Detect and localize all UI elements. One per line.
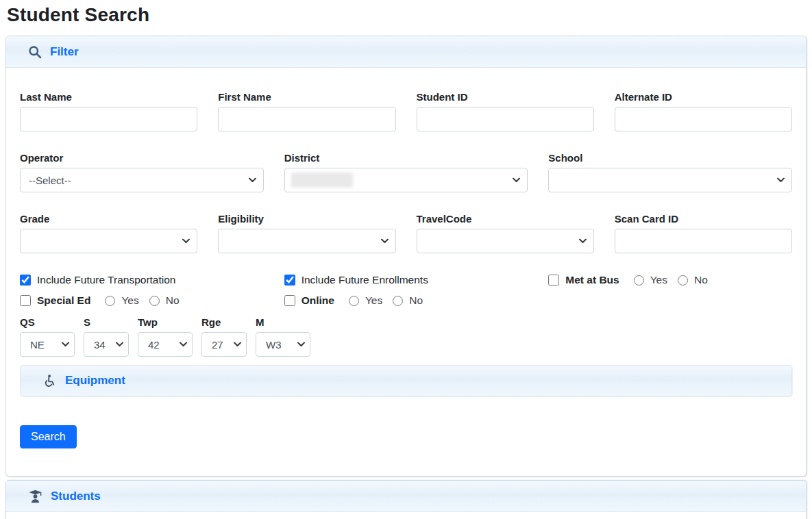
first-name-label: First Name (218, 91, 395, 103)
special-ed-checkbox[interactable] (20, 295, 31, 306)
field-first-name: First Name (218, 91, 395, 131)
field-grade: Grade (20, 213, 197, 253)
filter-header-label: Filter (50, 45, 79, 59)
equipment-header-label: Equipment (65, 374, 125, 388)
online-checkbox[interactable] (284, 295, 295, 306)
met-at-bus-yes-radio[interactable] (634, 275, 644, 286)
operator-select[interactable]: --Select-- (20, 168, 264, 192)
page-title: Student Search (7, 4, 807, 26)
online-yes-radio[interactable] (349, 296, 359, 306)
school-select[interactable] (548, 168, 792, 192)
last-name-input[interactable] (20, 107, 197, 131)
online-label: Online (302, 294, 334, 307)
include-future-enrollments: Include Future Enrollments (284, 274, 528, 286)
twp-label: Twp (138, 316, 193, 328)
met-at-bus-no-radio[interactable] (678, 275, 688, 286)
met-at-bus-yes-label: Yes (650, 274, 667, 286)
twp-select[interactable]: 42 (138, 332, 193, 357)
operator-label: Operator (20, 152, 264, 164)
equipment-accordion-header[interactable]: Equipment (20, 365, 792, 396)
field-m: M W3 (256, 316, 310, 357)
special-ed-no-label: No (166, 294, 180, 307)
district-label: District (284, 152, 528, 164)
first-name-input[interactable] (218, 107, 395, 131)
student-search-page: Student Search Filter Last Name First Na… (0, 0, 812, 519)
special-ed-no-radio[interactable] (149, 296, 160, 306)
last-name-label: Last Name (20, 91, 197, 103)
qs-label: QS (20, 316, 75, 328)
met-at-bus-checkbox[interactable] (548, 275, 559, 286)
field-last-name: Last Name (20, 91, 197, 131)
online-no-label: No (409, 294, 423, 307)
graduate-icon (28, 490, 42, 503)
student-id-input[interactable] (417, 107, 594, 131)
field-qs: QS NE (20, 316, 75, 357)
field-school: School (548, 152, 792, 192)
m-select[interactable]: W3 (256, 332, 310, 357)
met-at-bus: Met at Bus Yes No (548, 274, 792, 286)
include-future-enrollments-checkbox[interactable] (284, 275, 295, 286)
scan-card-id-label: Scan Card ID (615, 213, 792, 225)
include-future-transportation: Include Future Transportation (20, 274, 264, 286)
travel-code-label: TravelCode (417, 213, 594, 225)
wheelchair-icon (44, 375, 56, 387)
search-icon (28, 45, 42, 59)
field-alternate-id: Alternate ID (615, 91, 792, 131)
s-select[interactable]: 34 (84, 332, 129, 357)
district-select[interactable] (284, 168, 528, 192)
students-accordion-header[interactable]: Students (6, 481, 806, 512)
rge-select[interactable]: 27 (201, 332, 247, 357)
special-ed: Special Ed Yes No (20, 294, 264, 307)
field-student-id: Student ID (417, 91, 594, 131)
alternate-id-input[interactable] (615, 107, 792, 131)
grade-label: Grade (20, 213, 197, 225)
online-yes-label: Yes (365, 294, 382, 307)
qs-select[interactable]: NE (20, 332, 75, 357)
include-future-transportation-checkbox[interactable] (20, 275, 31, 286)
s-label: S (84, 316, 129, 328)
field-rge: Rge 27 (201, 316, 247, 357)
special-ed-yes-label: Yes (121, 294, 138, 307)
online: Online Yes No (284, 294, 528, 307)
school-label: School (548, 152, 792, 164)
met-at-bus-label: Met at Bus (565, 274, 619, 286)
field-twp: Twp 42 (138, 316, 193, 357)
scan-card-id-input[interactable] (615, 229, 792, 253)
online-no-radio[interactable] (393, 296, 403, 306)
students-header-label: Students (51, 490, 101, 503)
grade-select[interactable] (20, 229, 197, 253)
student-id-label: Student ID (417, 91, 594, 103)
students-body (6, 512, 806, 519)
field-eligibility: Eligibility (218, 213, 395, 253)
rge-label: Rge (201, 316, 247, 328)
students-panel: Students (5, 480, 807, 519)
field-travel-code: TravelCode (417, 213, 594, 253)
search-button[interactable]: Search (20, 425, 77, 448)
include-future-enrollments-label: Include Future Enrollments (302, 274, 428, 286)
special-ed-label: Special Ed (37, 294, 90, 307)
include-future-transportation-label: Include Future Transportation (37, 274, 175, 286)
travel-code-select[interactable] (417, 229, 594, 253)
field-district: District (284, 152, 528, 192)
filter-body: Last Name First Name Student ID Alternat… (6, 68, 806, 476)
field-s: S 34 (84, 316, 129, 357)
eligibility-select[interactable] (218, 229, 395, 253)
alternate-id-label: Alternate ID (615, 91, 792, 103)
filter-accordion-header[interactable]: Filter (6, 36, 806, 68)
field-operator: Operator --Select-- (20, 152, 264, 192)
field-scan-card-id: Scan Card ID (615, 213, 792, 253)
eligibility-label: Eligibility (218, 213, 395, 225)
special-ed-yes-radio[interactable] (105, 296, 115, 306)
m-label: M (256, 316, 310, 328)
met-at-bus-no-label: No (694, 274, 708, 286)
filter-panel: Filter Last Name First Name Student ID (5, 36, 807, 477)
